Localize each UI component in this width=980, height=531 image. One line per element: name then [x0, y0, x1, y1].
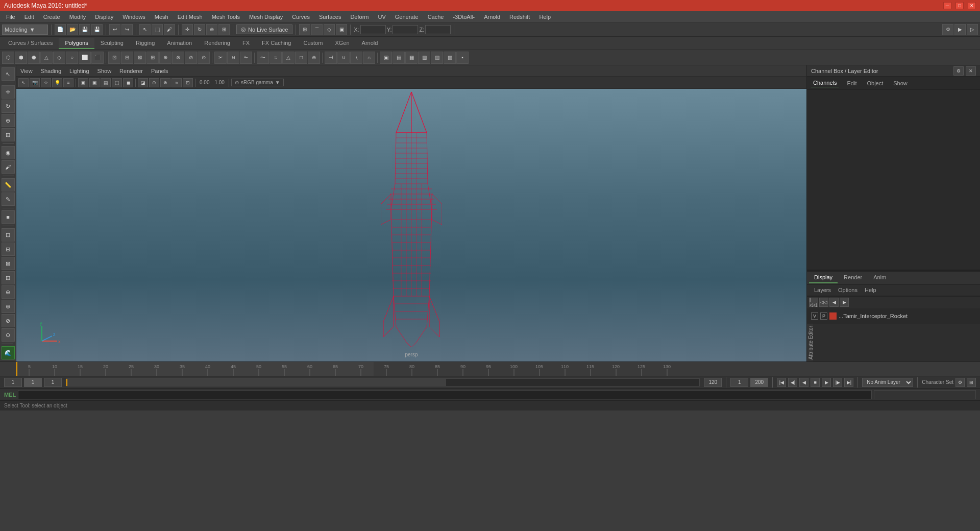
menu-surfaces[interactable]: Surfaces: [315, 13, 345, 21]
left-tool-snap8[interactable]: ⊙: [2, 328, 15, 342]
poly-wedge[interactable]: ⊠: [134, 52, 146, 64]
poly-quadrangulate[interactable]: □: [295, 52, 307, 64]
tab-fx[interactable]: FX: [236, 38, 256, 49]
poly-tool-6[interactable]: ○: [66, 52, 78, 64]
render-button[interactable]: ▶: [954, 24, 966, 35]
vp-display-mode-2[interactable]: ▣: [89, 78, 100, 87]
poly-fill-hole[interactable]: ⊕: [308, 52, 320, 64]
menu-cache[interactable]: Cache: [424, 13, 448, 21]
poly-tool-1[interactable]: ⬡: [2, 52, 14, 64]
measure-tool-left[interactable]: 📏: [2, 178, 15, 191]
poly-select-constraint-5[interactable]: ▨: [431, 52, 443, 64]
soft-select-left[interactable]: ◉: [2, 146, 15, 159]
tab-arnold[interactable]: Arnold: [356, 38, 384, 49]
minimize-button[interactable]: ─: [943, 2, 951, 9]
channel-box-settings-btn[interactable]: ⚙: [953, 66, 964, 76]
poly-merge[interactable]: ⊙: [198, 52, 210, 64]
anim-layer-dropdown[interactable]: No Anim Layer: [862, 378, 913, 387]
dra-subtab-options[interactable]: Options: [835, 286, 861, 294]
transform-tool-button[interactable]: ⊞: [218, 24, 230, 35]
vp-ao2[interactable]: ⊗: [160, 78, 170, 87]
dra-tab-display[interactable]: Display: [809, 272, 838, 283]
3d-viewport[interactable]: x y z persp: [16, 89, 806, 361]
new-file-button[interactable]: 📄: [55, 24, 66, 35]
tab-rigging[interactable]: Rigging: [130, 38, 161, 49]
layer-back-btn[interactable]: ◁◁: [819, 298, 828, 307]
rotate-tool-left[interactable]: ↻: [2, 100, 15, 113]
poly-extrude[interactable]: ⊡: [108, 52, 120, 64]
tab-sculpting[interactable]: Sculpting: [94, 38, 130, 49]
menu-arnold[interactable]: Arnold: [480, 13, 504, 21]
vp-display-mode-3[interactable]: ▤: [101, 78, 111, 87]
lasso-tool-button[interactable]: ⬚: [152, 24, 163, 35]
left-tool-snap6[interactable]: ⊗: [2, 300, 15, 313]
layer-next-btn[interactable]: ▶: [840, 298, 849, 307]
left-tool-snap2[interactable]: ⊟: [2, 243, 15, 256]
poly-offset-edge-loop[interactable]: ⊗: [172, 52, 184, 64]
redo-button[interactable]: ↪: [121, 24, 133, 35]
viewport-menu-lighting[interactable]: Lighting: [67, 67, 91, 75]
undo-button[interactable]: ↩: [109, 24, 120, 35]
scale-tool-button[interactable]: ⊕: [206, 24, 217, 35]
maximize-button[interactable]: □: [955, 2, 964, 9]
snap-to-grid-button[interactable]: ⊞: [299, 24, 310, 35]
poly-select-constraint-7[interactable]: ▪: [456, 52, 469, 64]
poly-select-constraint-6[interactable]: ▩: [444, 52, 456, 64]
layer-new-btn[interactable]: |◁◁: [809, 298, 818, 307]
menu-display[interactable]: Display: [91, 13, 117, 21]
select-tool-button[interactable]: ↖: [139, 24, 151, 35]
end-frame-input[interactable]: [704, 378, 722, 387]
move-tool-left[interactable]: ✛: [2, 85, 15, 99]
vp-display-mode-1[interactable]: ▣: [78, 78, 88, 87]
menu-create[interactable]: Create: [39, 13, 64, 21]
dra-subtab-help[interactable]: Help: [862, 286, 879, 294]
poly-boolean-intersect[interactable]: ∩: [363, 52, 375, 64]
frame-range-display[interactable]: [44, 378, 62, 387]
menu-generate[interactable]: Generate: [391, 13, 423, 21]
snap-to-point-button[interactable]: ◇: [324, 24, 335, 35]
vp-select-cam[interactable]: ↖: [18, 78, 29, 87]
playback-settings-btn[interactable]: ⚙: [955, 378, 965, 387]
vp-bookmark[interactable]: ☆: [41, 78, 51, 87]
close-button[interactable]: ✕: [968, 2, 976, 9]
left-tool-snap3[interactable]: ⊠: [2, 257, 15, 270]
gamma-display[interactable]: ⊙ sRGB gamma ▼: [231, 79, 284, 86]
viewport-menu-shading[interactable]: Shading: [39, 67, 63, 75]
poly-select-constraint-4[interactable]: ▧: [418, 52, 430, 64]
menu-uv[interactable]: UV: [374, 13, 389, 21]
left-tool-extra[interactable]: 🌊: [2, 346, 15, 359]
layer-color-swatch[interactable]: [829, 312, 837, 320]
viewport-menu-show[interactable]: Show: [95, 67, 114, 75]
play-back-btn[interactable]: ◀: [799, 378, 808, 387]
start-frame-input[interactable]: [4, 378, 22, 387]
tab-fx-caching[interactable]: FX Caching: [256, 38, 297, 49]
vp-camera-btn[interactable]: 📷: [30, 78, 40, 87]
menu-3dto-all[interactable]: -3DtoAll-: [449, 13, 479, 21]
current-frame-input[interactable]: [24, 378, 42, 387]
poly-boolean-union[interactable]: ∪: [337, 52, 350, 64]
cb-tab-edit[interactable]: Edit: [845, 79, 859, 87]
tab-xgen[interactable]: XGen: [329, 38, 355, 49]
rotate-tool-button[interactable]: ↻: [194, 24, 205, 35]
left-tool-snap1[interactable]: ⊡: [2, 228, 15, 242]
left-tool-snap7[interactable]: ⊘: [2, 314, 15, 327]
viewport-menu-view[interactable]: View: [18, 67, 35, 75]
poly-tool-2[interactable]: ⬢: [15, 52, 27, 64]
save-file-as-button[interactable]: 💾: [91, 24, 103, 35]
no-live-surface-button[interactable]: ◎ No Live Surface: [236, 25, 292, 34]
z-input[interactable]: [425, 25, 451, 34]
mel-input[interactable]: [18, 390, 872, 399]
menu-windows[interactable]: Windows: [118, 13, 150, 21]
ipr-render-button[interactable]: ▷: [967, 24, 978, 35]
tab-animation[interactable]: Animation: [161, 38, 198, 49]
paint-tool-left[interactable]: 🖌: [2, 160, 15, 174]
poly-insert-edge-loop[interactable]: ⊕: [159, 52, 172, 64]
timeline-area[interactable]: 5 10 15 20 25 30 35 40 45 50 55 60 65: [0, 361, 980, 376]
poly-tool-5[interactable]: ◇: [53, 52, 65, 64]
poly-select-constraint-3[interactable]: ▦: [405, 52, 418, 64]
go-to-end-btn[interactable]: ▶|: [844, 378, 853, 387]
step-fwd-btn[interactable]: |▶: [833, 378, 842, 387]
workspace-dropdown[interactable]: Modeling ▼: [2, 25, 48, 35]
paint-select-button[interactable]: 🖌: [164, 24, 175, 35]
cb-tab-object[interactable]: Object: [865, 79, 885, 87]
